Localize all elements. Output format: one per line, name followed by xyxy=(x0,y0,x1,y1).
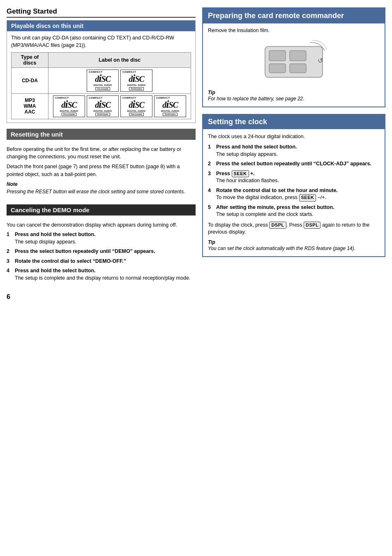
step-number: 4 xyxy=(208,187,214,202)
canceling-header: Canceling the DEMO mode xyxy=(7,204,196,215)
table-row: CD-DA COMPACT diSC DIGITAL AUDIO Recorda… xyxy=(12,68,191,94)
resetting-header: Resetting the unit xyxy=(7,129,196,140)
disc-table: Type of discs Label on the disc CD-DA CO… xyxy=(11,52,191,119)
step-desc: The setup display appears. xyxy=(216,151,380,158)
clock-tip: Tip You can set the clock automatically … xyxy=(208,239,380,252)
clock-body: The clock uses a 24-hour digital indicat… xyxy=(203,129,385,256)
step-title: Press the select button repeatedly until… xyxy=(216,161,371,167)
step-content: Press and hold the select button. The se… xyxy=(15,267,196,282)
list-item: 1 Press and hold the select button. The … xyxy=(208,144,380,158)
step-content: Press the select button repeatedly until… xyxy=(216,160,380,168)
note-label: Note xyxy=(7,181,18,187)
list-item: 3 Rotate the control dial to select “DEM… xyxy=(7,258,196,265)
resetting-section: Resetting the unit Before operating the … xyxy=(7,129,196,199)
preparing-header: Preparing the card remote commander xyxy=(203,8,385,23)
step-content: Rotate the control dial to set the hour … xyxy=(216,187,380,202)
preparing-section: Preparing the card remote commander Remo… xyxy=(202,7,385,107)
disc-icons-cell: COMPACT diSC DIGITAL AUDIO Recordable CO… xyxy=(48,68,191,94)
preparing-intro: Remove the insulation film. xyxy=(208,28,380,33)
step-title: Press and hold the select button. xyxy=(15,268,96,273)
note-text: Pressing the RESET button will erase the… xyxy=(7,189,185,195)
disc-icons-cell: COMPACT diSC DIGITAL AUDIO Recordable CO… xyxy=(48,93,191,119)
step-content: Press and hold the select button. The se… xyxy=(216,144,380,158)
list-item: 5 After setting the minute, press the se… xyxy=(208,204,380,218)
svg-rect-2 xyxy=(290,51,306,61)
card-remote-svg: ↺ xyxy=(257,38,331,83)
step-desc: The setup display appears. xyxy=(15,239,196,246)
left-column: Getting Started Playable discs on this u… xyxy=(7,7,196,549)
step-number: 1 xyxy=(7,231,12,246)
preparing-tip-text: For how to replace the battery, see page… xyxy=(208,96,304,102)
dspl-badge: DSPL xyxy=(304,222,321,229)
clock-header: Setting the clock xyxy=(203,115,385,129)
disc-icon: COMPACT diSC DIGITAL AUDIO Recordable xyxy=(120,95,152,118)
clock-tip-label: Tip xyxy=(208,239,215,245)
right-column: Preparing the card remote commander Remo… xyxy=(202,7,385,549)
preparing-tip: Tip For how to replace the battery, see … xyxy=(208,90,380,102)
col-type: Type of discs xyxy=(12,53,48,68)
disc-icon: COMPACT diSC DIGITAL AUDIO Recordable xyxy=(53,95,85,118)
disc-type-cell: CD-DA xyxy=(12,68,48,94)
page-number: 6 xyxy=(7,293,196,301)
step-title: Press and hold the select button. xyxy=(216,144,297,150)
col-label: Label on the disc xyxy=(48,53,191,68)
step-desc: To move the digital indication, press SE… xyxy=(216,194,380,202)
clock-tip-text: You can set the clock automatically with… xyxy=(208,246,355,251)
playable-discs-body: This unit can play CD-DA (also containin… xyxy=(7,31,195,123)
disc-icon: COMPACT diSC DIGITAL AUDIO ReWritable xyxy=(154,95,186,118)
seek-badge: SEEK xyxy=(232,170,249,177)
step-number: 5 xyxy=(208,204,214,218)
step-number: 3 xyxy=(208,170,214,185)
disc-type-cell: MP3 WMA AAC xyxy=(12,93,48,119)
clock-intro: The clock uses a 24-hour digital indicat… xyxy=(208,133,380,141)
step-number: 3 xyxy=(7,258,12,265)
svg-rect-3 xyxy=(269,64,286,73)
step-title: After setting the minute, press the sele… xyxy=(216,204,334,210)
canceling-body: You can cancel the demonstration display… xyxy=(7,218,196,287)
resetting-body1: Before operating the unit for the first … xyxy=(7,146,196,160)
clock-section: Setting the clock The clock uses a 24-ho… xyxy=(202,114,385,257)
dspl-badge: DSPL xyxy=(269,222,286,229)
step-desc: The setup is complete and the clock star… xyxy=(216,211,380,218)
canceling-intro: You can cancel the demonstration display… xyxy=(7,221,196,229)
clock-footer: To display the clock, press DSPL. Press … xyxy=(208,222,380,236)
page: Getting Started Playable discs on this u… xyxy=(0,0,392,556)
list-item: 4 Rotate the control dial to set the hou… xyxy=(208,187,380,202)
resetting-body2: Detach the front panel (page 7) and pres… xyxy=(7,163,196,178)
step-title: Rotate the control dial to select “DEMO-… xyxy=(15,258,126,264)
list-item: 2 Press the select button repeatedly unt… xyxy=(7,248,196,255)
preparing-body: Remove the insulation film. xyxy=(203,23,385,107)
canceling-section: Canceling the DEMO mode You can cancel t… xyxy=(7,204,196,287)
step-content: Press and hold the select button. The se… xyxy=(15,231,196,246)
step-title: Rotate the control dial to set the hour … xyxy=(216,188,338,193)
step-content: Press SEEK +. The hour indication flashe… xyxy=(216,170,380,185)
table-row: MP3 WMA AAC COMPACT diSC DIGITAL AUDIO R… xyxy=(12,93,191,119)
clock-steps: 1 Press and hold the select button. The … xyxy=(208,144,380,218)
svg-rect-1 xyxy=(269,51,286,61)
seek-badge: SEEK xyxy=(299,194,316,201)
resetting-body: Before operating the unit for the first … xyxy=(7,142,196,199)
svg-rect-4 xyxy=(290,64,306,73)
canceling-steps: 1 Press and hold the select button. The … xyxy=(7,231,196,282)
playable-discs-header: Playable discs on this unit xyxy=(7,21,195,31)
step-number: 2 xyxy=(7,248,12,255)
list-item: 1 Press and hold the select button. The … xyxy=(7,231,196,246)
disc-icon: COMPACT diSC DIGITAL AUDIO ReWritable xyxy=(87,95,119,118)
step-title: Press SEEK +. xyxy=(216,171,255,176)
disc-icon: COMPACT diSC DIGITAL AUDIO Recordable xyxy=(87,70,119,92)
step-title: Press and hold the select button. xyxy=(15,232,96,237)
step-title: Press the select button repeatedly until… xyxy=(15,248,155,254)
list-item: 2 Press the select button repeatedly unt… xyxy=(208,160,380,168)
step-number: 1 xyxy=(208,144,214,158)
getting-started-title: Getting Started xyxy=(7,7,196,18)
step-desc: The hour indication flashes. xyxy=(216,177,380,185)
list-item: 4 Press and hold the select button. The … xyxy=(7,267,196,282)
list-item: 3 Press SEEK +. The hour indication flas… xyxy=(208,170,380,185)
step-desc: The setup is complete and the display re… xyxy=(15,275,196,282)
preparing-tip-label: Tip xyxy=(208,90,215,95)
step-content: After setting the minute, press the sele… xyxy=(216,204,380,218)
playable-discs-intro: This unit can play CD-DA (also containin… xyxy=(11,35,191,49)
disc-icon: COMPACT diSC DIGITAL AUDIO ReWritable xyxy=(120,70,152,92)
resetting-note: Note Pressing the RESET button will eras… xyxy=(7,181,196,196)
playable-discs-section: Playable discs on this unit This unit ca… xyxy=(7,20,196,123)
